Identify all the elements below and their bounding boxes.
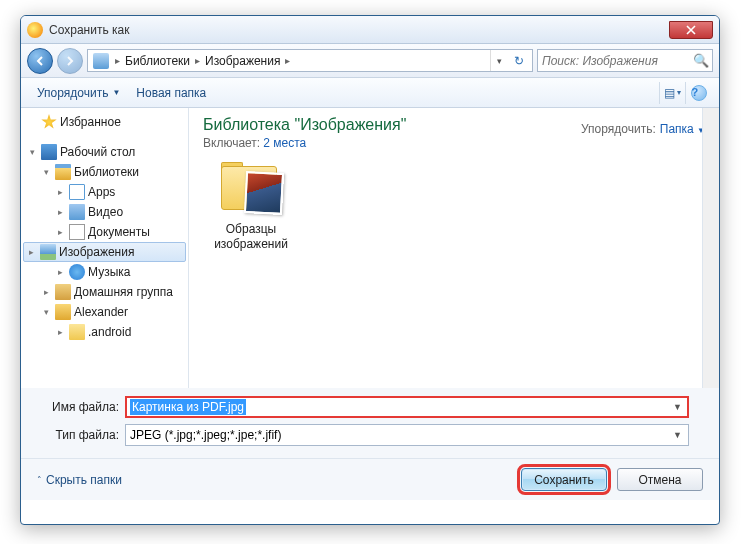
expand-icon[interactable]: ▸ [41, 287, 52, 297]
tree-item[interactable]: ▾Рабочий стол [21, 142, 188, 162]
filetype-label: Тип файла: [35, 428, 125, 442]
cancel-button[interactable]: Отмена [617, 468, 703, 491]
includes-link[interactable]: 2 места [263, 136, 306, 150]
filename-input[interactable]: Картинка из PDF.jpg [130, 399, 246, 415]
tree-item[interactable]: ▸Видео [21, 202, 188, 222]
location-icon [93, 53, 109, 69]
chevron-down-icon: ▼ [112, 88, 120, 97]
vid-icon [69, 204, 85, 220]
tree-label: Рабочий стол [60, 145, 135, 159]
tree-item[interactable]: ▸Изображения [23, 242, 186, 262]
search-icon[interactable]: 🔍 [693, 53, 709, 68]
app-icon [69, 184, 85, 200]
home-icon [55, 284, 71, 300]
filetype-value: JPEG (*.jpg;*.jpeg;*.jpe;*.jfif) [130, 428, 281, 442]
window-title: Сохранить как [49, 23, 669, 37]
tree-item[interactable]: ▸.android [21, 322, 188, 342]
arrange-dropdown[interactable]: Папка ▼ [660, 122, 705, 136]
breadcrumb-dropdown-button[interactable]: ▾ [490, 50, 508, 71]
tree-label: Музыка [88, 265, 130, 279]
dialog-footer: ˄ Скрыть папки Сохранить Отмена [21, 458, 719, 500]
fav-icon [41, 114, 57, 130]
mus-icon [69, 264, 85, 280]
user-icon [55, 304, 71, 320]
toolbar: Упорядочить ▼ Новая папка ▤▾ ? [21, 78, 719, 108]
img-icon [40, 244, 56, 260]
tree-label: Избранное [60, 115, 121, 129]
folder-label: Образцы изображений [203, 222, 299, 252]
tree-item[interactable]: ▸Документы [21, 222, 188, 242]
doc-icon [69, 224, 85, 240]
tree-item[interactable]: ▾Библиотеки [21, 162, 188, 182]
expand-icon[interactable]: ▸ [55, 267, 66, 277]
expand-icon[interactable]: ▾ [27, 147, 38, 157]
expand-icon[interactable]: ▾ [41, 167, 52, 177]
tree-item[interactable]: ▾Alexander [21, 302, 188, 322]
library-subtitle: Включает: 2 места [203, 136, 705, 150]
titlebar: Сохранить как [21, 16, 719, 44]
scrollbar-vertical[interactable] [702, 108, 719, 388]
expand-icon[interactable]: ▸ [55, 327, 66, 337]
expand-icon[interactable]: ▸ [55, 227, 66, 237]
tree-label: Изображения [59, 245, 134, 259]
search-input[interactable] [542, 54, 693, 68]
refresh-button[interactable]: ↻ [508, 50, 530, 71]
app-icon [27, 22, 43, 38]
tree-item[interactable]: Избранное [21, 112, 188, 132]
help-button[interactable]: ? [685, 82, 711, 104]
breadcrumb-segment[interactable]: Изображения [203, 54, 282, 68]
filename-combobox[interactable]: Картинка из PDF.jpg ▼ [125, 396, 689, 418]
nav-back-button[interactable] [27, 48, 53, 74]
tree-label: Apps [88, 185, 115, 199]
save-as-dialog: Сохранить как ▸ Библиотеки ▸ Изображения… [20, 15, 720, 525]
tree-label: Домашняя группа [74, 285, 173, 299]
expand-icon[interactable]: ▸ [26, 247, 37, 257]
chevron-down-icon[interactable]: ▼ [671, 402, 684, 412]
breadcrumb-segment[interactable]: Библиотеки [123, 54, 192, 68]
breadcrumb-bar[interactable]: ▸ Библиотеки ▸ Изображения ▸ ▾ ↻ [87, 49, 533, 72]
tree-label: Библиотеки [74, 165, 139, 179]
organize-button[interactable]: Упорядочить ▼ [29, 82, 128, 104]
tree-label: Alexander [74, 305, 128, 319]
chevron-down-icon[interactable]: ▼ [671, 430, 684, 440]
hide-folders-button[interactable]: ˄ Скрыть папки [37, 473, 122, 487]
chevron-right-icon[interactable]: ▸ [112, 55, 123, 66]
tree-label: .android [88, 325, 131, 339]
file-list-pane[interactable]: Библиотека "Изображения" Включает: 2 мес… [189, 108, 719, 388]
nav-forward-button[interactable] [57, 48, 83, 74]
filetype-combobox[interactable]: JPEG (*.jpg;*.jpeg;*.jpe;*.jfif) ▼ [125, 424, 689, 446]
new-folder-button[interactable]: Новая папка [128, 82, 214, 104]
filename-panel: Имя файла: Картинка из PDF.jpg ▼ Тип фай… [21, 388, 719, 458]
tree-item[interactable]: ▸Apps [21, 182, 188, 202]
tree-label: Документы [88, 225, 150, 239]
folder-item[interactable]: Образцы изображений [203, 162, 299, 252]
chevron-right-icon[interactable]: ▸ [282, 55, 293, 66]
navigation-tree[interactable]: Избранное▾Рабочий стол▾Библиотеки▸Apps▸В… [21, 108, 189, 388]
chevron-up-icon: ˄ [37, 475, 42, 485]
desk-icon [41, 144, 57, 160]
folder-icon [215, 162, 287, 218]
filename-label: Имя файла: [35, 400, 125, 414]
tree-item[interactable]: ▸Домашняя группа [21, 282, 188, 302]
tree-label: Видео [88, 205, 123, 219]
navigation-bar: ▸ Библиотеки ▸ Изображения ▸ ▾ ↻ 🔍 [21, 44, 719, 78]
expand-icon[interactable]: ▸ [55, 187, 66, 197]
arrange-by: Упорядочить: Папка ▼ [581, 122, 705, 136]
expand-icon[interactable]: ▾ [41, 307, 52, 317]
close-button[interactable] [669, 21, 713, 39]
save-button[interactable]: Сохранить [521, 468, 607, 491]
chevron-right-icon[interactable]: ▸ [192, 55, 203, 66]
fold-icon [69, 324, 85, 340]
view-options-button[interactable]: ▤▾ [659, 82, 685, 104]
lib-icon [55, 164, 71, 180]
tree-item[interactable]: ▸Музыка [21, 262, 188, 282]
expand-icon[interactable]: ▸ [55, 207, 66, 217]
search-box[interactable]: 🔍 [537, 49, 713, 72]
